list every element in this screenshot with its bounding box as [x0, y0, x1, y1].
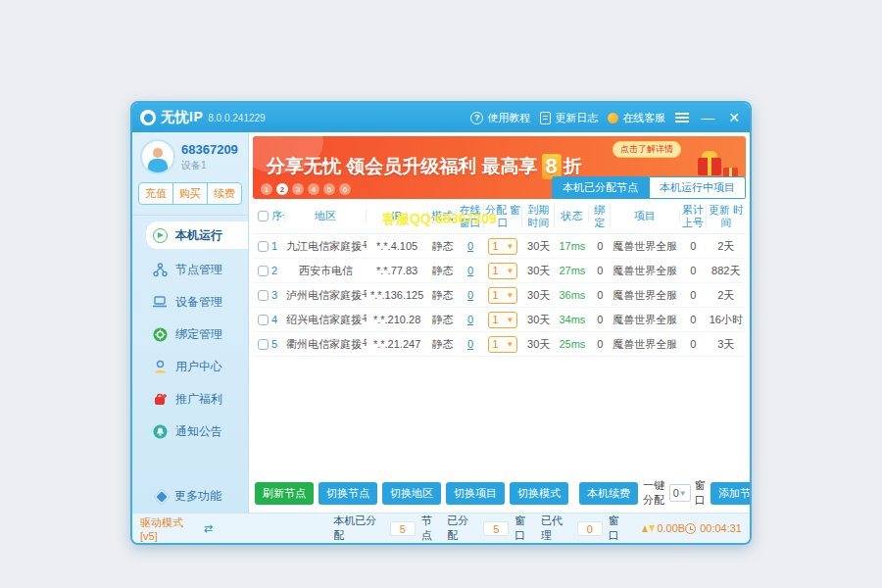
row-seq: 5 — [271, 338, 277, 350]
avatar[interactable] — [140, 139, 175, 174]
row-checkbox[interactable] — [258, 339, 269, 350]
sidebar-item-label: 设备管理 — [175, 294, 222, 311]
bottom-toolbar: 刷新节点 切换节点 切换地区 切换项目 切换模式 本机续费 一键分配 0 ▼ 窗… — [253, 474, 746, 513]
select-all-checkbox[interactable] — [258, 211, 269, 221]
online-windows-link[interactable]: 0 — [467, 314, 473, 325]
refresh-nodes-button[interactable]: 刷新节点 — [255, 482, 314, 505]
tutorial-label: 使用教程 — [487, 111, 530, 125]
table-row[interactable]: 2 西安市电信 *.*.77.83 静态 0 1▼ 30天 27ms 0 魔兽世… — [253, 259, 746, 283]
user-action-group: 充值 购买 续费 — [138, 182, 242, 205]
online-service-button[interactable]: 在线客服 — [608, 111, 665, 125]
header-bind: 绑定 — [589, 204, 611, 228]
row-region: 衢州电信家庭拨号 — [285, 337, 366, 352]
row-project: 魔兽世界全服 — [611, 313, 679, 327]
row-mode: 静态 — [428, 337, 458, 352]
minimize-button[interactable]: — — [699, 111, 716, 124]
caret-down-icon: ▼ — [679, 489, 687, 498]
sidebar: 68367209 设备1 充值 购买 续费 本机运行 节 — [132, 132, 249, 513]
row-region: 西安市电信 — [285, 264, 366, 278]
row-checkbox[interactable] — [258, 266, 269, 276]
banner-headline-text: 分享无忧 领会员升级福利 最高享 — [267, 154, 538, 179]
diamond-icon — [154, 488, 171, 505]
header-expire: 到期 时间 — [522, 204, 555, 228]
row-seq: 2 — [271, 265, 277, 276]
sidebar-item-bind-manage[interactable]: 绑定管理 — [146, 322, 248, 346]
renew-button[interactable]: 续费 — [208, 183, 241, 204]
window-label: 窗口 — [514, 514, 535, 543]
tab-running-projects[interactable]: 本机运行中项目 — [649, 176, 746, 199]
banner-dot[interactable]: 4 — [308, 183, 319, 195]
assigned-label: 本机已分配 — [333, 514, 384, 543]
row-mode: 静态 — [428, 239, 458, 254]
buy-button[interactable]: 购买 — [173, 183, 208, 204]
table-row[interactable]: 1 九江电信家庭拨号 *.*.4.105 静态 0 1▼ 30天 17ms 0 … — [253, 234, 746, 259]
promo-banner[interactable]: 分享无忧 领会员升级福利 最高享 8 折 点击了解详情 1 2 3 4 5 6 … — [253, 136, 746, 199]
tutorial-button[interactable]: ? 使用教程 — [470, 111, 530, 125]
gift-bag-icon — [152, 391, 168, 407]
window-label: 窗口 — [609, 514, 629, 543]
table-row[interactable]: 5 衢州电信家庭拨号 *.*.21.247 静态 0 1▼ 30天 25ms 0… — [253, 332, 746, 357]
one-key-assign-select[interactable]: 0 ▼ — [669, 484, 691, 502]
online-windows-link[interactable]: 0 — [467, 265, 473, 276]
switch-region-button[interactable]: 切换地区 — [382, 482, 441, 505]
assign-window-dropdown[interactable]: 1▼ — [488, 287, 517, 304]
online-windows-link[interactable]: 0 — [467, 240, 473, 252]
switch-mode-button[interactable]: 切换模式 — [510, 482, 568, 505]
row-checkbox[interactable] — [258, 241, 269, 252]
assign-window-dropdown[interactable]: 1▼ — [488, 336, 517, 353]
table-row[interactable]: 4 绍兴电信家庭拨号 *.*.210.28 静态 0 1▼ 30天 34ms 0… — [253, 308, 746, 332]
add-node-button[interactable]: 添加节点 — [710, 482, 752, 505]
menu-icon[interactable] — [675, 113, 689, 122]
row-checkbox[interactable] — [258, 315, 269, 325]
changelog-button[interactable]: 更新日志 — [540, 111, 598, 125]
assign-window-dropdown[interactable]: 1▼ — [488, 238, 517, 255]
switch-project-button[interactable]: 切换项目 — [446, 482, 505, 505]
row-seq: 4 — [271, 314, 277, 325]
more-functions-button[interactable]: 更多功能 — [156, 488, 248, 505]
banner-dot-active[interactable]: 2 — [276, 183, 288, 195]
tab-assigned-nodes[interactable]: 本机已分配节点 — [552, 176, 649, 199]
proxied-window-count: 0 — [577, 521, 603, 536]
caret-down-icon: ▼ — [507, 242, 514, 251]
row-project: 魔兽世界全服 — [611, 264, 679, 278]
row-bind: 0 — [589, 314, 611, 325]
bell-icon — [152, 423, 168, 439]
swap-icon[interactable] — [204, 523, 217, 534]
header-status: 状态 — [555, 210, 589, 222]
banner-dot[interactable]: 5 — [323, 183, 335, 195]
machine-renew-button[interactable]: 本机续费 — [579, 482, 638, 505]
changelog-label: 更新日志 — [555, 111, 598, 125]
more-functions-label: 更多功能 — [174, 488, 221, 505]
content-area: 分享无忧 领会员升级福利 最高享 8 折 点击了解详情 1 2 3 4 5 6 … — [249, 132, 750, 513]
banner-dot[interactable]: 1 — [261, 183, 272, 195]
banner-dot[interactable]: 3 — [292, 183, 304, 195]
banner-headline: 分享无忧 领会员升级福利 最高享 8 折 — [267, 154, 582, 179]
online-windows-link[interactable]: 0 — [467, 289, 473, 301]
sidebar-item-notice[interactable]: 通知公告 — [146, 419, 248, 443]
assign-value: 1 — [492, 314, 498, 325]
row-project: 魔兽世界全服 — [611, 288, 679, 303]
recharge-button[interactable]: 充值 — [139, 183, 173, 204]
switch-node-button[interactable]: 切换节点 — [318, 482, 377, 505]
nodes-icon — [152, 262, 168, 277]
assign-window-dropdown[interactable]: 1▼ — [488, 312, 517, 328]
close-button[interactable]: ✕ — [726, 111, 742, 124]
row-checkbox[interactable] — [258, 290, 269, 301]
row-latency: 36ms — [555, 289, 589, 301]
node-label: 节点 — [421, 514, 442, 543]
sidebar-item-device-manage[interactable]: 设备管理 — [146, 290, 248, 314]
sidebar-item-node-manage[interactable]: 节点管理 — [146, 258, 248, 281]
online-windows-link[interactable]: 0 — [467, 338, 473, 350]
table-row[interactable]: 3 泸州电信家庭拨号 *.*.136.125 静态 0 1▼ 30天 36ms … — [253, 283, 746, 308]
banner-dot[interactable]: 6 — [339, 183, 351, 195]
gear-icon — [152, 326, 168, 342]
banner-cta-button[interactable]: 点击了解详情 — [612, 141, 681, 158]
row-latency: 25ms — [555, 338, 589, 350]
sidebar-item-promo[interactable]: 推广福利 — [146, 387, 248, 411]
sidebar-item-user-center[interactable]: 用户中心 — [146, 355, 248, 378]
assign-window-dropdown[interactable]: 1▼ — [488, 263, 517, 279]
sidebar-item-local-run[interactable]: 本机运行 — [146, 221, 248, 249]
document-icon — [540, 112, 551, 124]
row-ip: *.*.77.83 — [367, 265, 428, 276]
row-expire: 30天 — [522, 264, 555, 278]
